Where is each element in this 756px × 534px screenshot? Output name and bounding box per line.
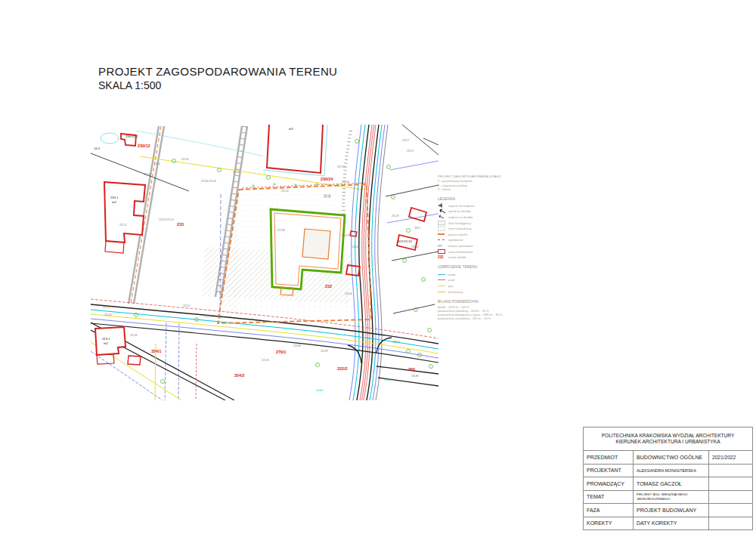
map-label: 234.1 [110,196,119,199]
entrance-arrow-icon [438,203,448,208]
legend-item: wejście na działkę [438,215,544,221]
map-label: 207/13.13 [398,239,412,243]
university-name: POLITECHNIKA KRAKOWSKA WYDZIAŁ ARCHITEKT… [602,433,735,440]
map-label: 14.2 [94,147,101,150]
map-label: 225.18 [262,359,269,362]
map-label: 225.72 [119,224,127,227]
map-label: 224.46 [345,292,352,295]
map-label: 225.36 [130,334,138,337]
map-label: 233 [177,222,184,227]
map-label: 225.18 [392,215,399,218]
legend-note: 3 - altana [438,187,544,192]
map-label: 225.14 [103,306,110,309]
site-plan-map: 230/12230/24233232354/1354/2270/1322/236… [91,125,438,400]
site-plan-svg: 230/12230/24233232354/1354/2270/1322/236… [91,125,438,400]
legend-item: wejście do budynku [438,203,544,209]
map-label: 225.27 [407,150,414,153]
legend-utility: woda [438,271,544,277]
legend-item: wiata śmietnikowa [438,248,544,255]
map-label: 225.03 [104,313,112,316]
map-label: 226.88 [411,375,419,378]
title-block-header: POLITECHNIKA KRAKOWSKA WYDZIAŁ ARCHITEKT… [584,428,752,451]
map-label: 354/1 [151,349,162,353]
map-label: 222.26 [337,165,345,168]
legend-utility: prąd [438,277,544,283]
map-label: 224.88 [293,344,301,347]
map-label: 322/2 [337,366,348,371]
cyan-outlines [101,125,327,176]
map-label: m2 [104,341,108,345]
map-label: 225.10 [183,304,191,307]
balance-heading: BILANS POWIERZCHNI [438,300,544,304]
map-label: 224.6 [154,162,160,165]
map-label: 221.50 [281,190,289,193]
map-label: 226.16 [411,245,419,248]
title-block-row: PRZEDMIOT BUDOWNICTWO OGÓLNE 2021/2022 [584,451,752,465]
map-label: 224.99 [321,350,328,353]
map-label: 225.71 [393,341,401,344]
legend-item: 232 numer działki [438,255,544,261]
water-line-icon [438,274,448,275]
driveway-arrow-icon [438,208,448,214]
map-label: 225.25 225.03 [204,315,219,318]
map-label: 222.38 [342,181,349,184]
title-block-row: PROJEKTANT ALEKSANDRA MONASTERSKA [584,465,752,478]
legend-panel: PROJEKT ZAGOSPODAROWANIA DZIAŁKI 1 - pro… [438,174,544,322]
legend-utility: gaz [438,283,544,289]
map-label: 223.56 221.24 [159,218,174,221]
map-label: 223.1 [102,337,110,341]
drawing-sheet: { "page": { "title_line1": "PROJEKT ZAGO… [0,0,756,534]
map-label: m2 [112,200,116,204]
legend-item: granica działki [438,231,544,237]
map-label: 225.17 [402,139,410,142]
title-block-row: PROWADZĄCY TOMASZ GACZOŁ [584,477,752,491]
plot-number-icon: 232 [438,255,448,259]
map-label: 222.45 [324,196,331,199]
legend-item: MP miejsce postojowe [438,243,544,249]
map-label: 360 [408,367,415,372]
map-label: 230/12.2 [125,134,138,138]
map-label: 230/12 [138,144,150,148]
legend-utility: kanalizacja [438,289,544,295]
storeys-icon: I [438,221,448,226]
title-block: POLITECHNIKA KRAKOWSKA WYDZIAŁ ARCHITEKT… [583,427,753,530]
map-label: m2 [289,127,293,131]
legend-item: I ilość kondygnacji [438,220,544,226]
map-label: 232 [325,284,332,289]
gas-line-icon [438,286,448,286]
legend-item: ogrodzenie [438,237,544,243]
map-label: 230/24 [321,177,333,181]
balance-line: powierzchnia utwardzona - 267 m² - 10 % [438,317,544,321]
legend-item: teren utwardzony [438,226,544,232]
power-line-icon [438,279,448,280]
legend-item: wjazd na działkę [438,208,544,215]
map-label: 223.19 [342,234,349,237]
map-label: 226.3 [414,227,420,230]
map-label: -221.38 [277,229,285,232]
fence-icon [438,239,448,240]
title-block-row: FAZA PROJEKT BUDOWLANY [584,504,752,517]
map-label: 225.19 [144,173,151,176]
map-label: ch.bet [316,389,323,392]
faculty-name: KIERUNEK ARCHITEKTURA I URBANISTYKA [615,439,720,446]
map-label: 223.44 [352,245,360,248]
title-block-row: KOREKTY DATY KOREKTY [584,517,752,530]
gate-arrow-icon [438,215,448,219]
paved-area-icon [438,226,448,231]
map-label: 222.30 [181,158,189,161]
map-label: 221.65 [233,171,240,174]
utilities-heading: UZBROJENIE TERENU [438,265,544,269]
legend-heading: LEGENDA [438,197,544,201]
map-label: 221.85 221.65 [201,180,216,183]
map-label: ch.bet [384,378,391,381]
parking-icon: MP [438,244,448,248]
plot-boundary-icon [438,233,448,235]
page-title: PROJEKT ZAGOSPODAROWANIA TERENU [98,65,337,78]
sheet-title: PROJEKT ZAGOSPODAROWANIA TERENU SKALA 1:… [98,65,337,91]
map-label: 354/2 [234,373,245,378]
title-block-row: TEMAT PROJEKT BUD. MIESZKALNEGO JEDNOROD… [584,491,752,505]
intersection-curves [348,338,438,386]
map-label: 270/1 [276,350,287,354]
shed-icon [438,249,448,255]
page-scale: SKALA 1:500 [98,79,337,91]
